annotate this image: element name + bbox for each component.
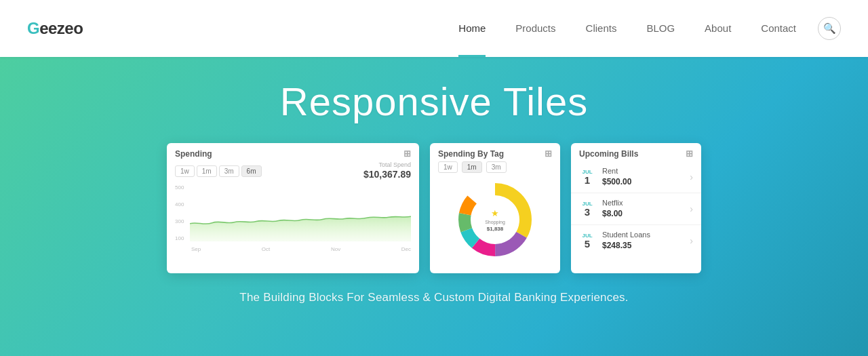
spending-btn-3m[interactable]: 3m — [219, 165, 239, 177]
total-spend: Total Spend $10,367.89 — [363, 161, 411, 180]
donut-chart-wrap: ★ Shopping $1,838 — [430, 176, 560, 264]
tag-btn-3m[interactable]: 3m — [486, 161, 507, 173]
svg-text:★: ★ — [491, 208, 499, 218]
bill-name-1: Rent — [602, 167, 690, 175]
tile-spending: Spending ⊞ 1w 1m 3m 6m Total Spend $10,3… — [167, 143, 419, 273]
nav-item-home[interactable]: Home — [443, 0, 500, 57]
x-label-nov: Nov — [331, 246, 340, 252]
bill-info-1: Rent $500.00 — [602, 167, 690, 187]
spending-btn-6m[interactable]: 6m — [241, 165, 262, 177]
nav-link-home[interactable]: Home — [443, 0, 500, 57]
bill-day-3: 5 — [585, 239, 590, 249]
spending-controls: 1w 1m 3m 6m Total Spend $10,367.89 — [167, 161, 419, 184]
donut-center-amount: $1,838 — [487, 226, 504, 232]
tile-tag-header: Spending By Tag ⊞ — [430, 143, 560, 161]
spending-chart: 500 400 300 100 — [167, 184, 419, 252]
hero-subtitle: The Building Blocks For Seamless & Custo… — [239, 291, 628, 304]
total-spend-label: Total Spend — [363, 161, 411, 168]
nav-links: Home Products Clients BLOG About Contact… — [443, 0, 841, 57]
tile-spending-title: Spending — [175, 149, 212, 159]
nav-link-contact[interactable]: Contact — [746, 0, 811, 57]
tile-bills: Upcoming Bills ⊞ JUL 1 Rent $500.00 › — [571, 143, 701, 273]
bill-name-2: Netflix — [602, 199, 690, 207]
chart-y-labels: 500 400 300 100 — [175, 184, 184, 241]
x-label-sep: Sep — [191, 246, 201, 252]
nav-link-clients[interactable]: Clients — [571, 0, 632, 57]
y-label-500: 500 — [175, 184, 184, 191]
y-label-400: 400 — [175, 201, 184, 207]
logo: Geezeo — [27, 19, 83, 38]
bill-info-2: Netflix $8.00 — [602, 199, 690, 219]
search-button[interactable]: 🔍 — [818, 17, 841, 40]
bill-amount-3: $248.35 — [602, 241, 631, 250]
donut-chart-svg: ★ Shopping $1,838 — [451, 176, 539, 264]
nav-item-about[interactable]: About — [690, 0, 746, 57]
tile-bills-title: Upcoming Bills — [579, 149, 638, 159]
logo-text: eezeo — [39, 19, 83, 37]
tile-spending-header: Spending ⊞ — [167, 143, 419, 161]
spending-btn-1m[interactable]: 1m — [197, 165, 217, 177]
tile-bills-header: Upcoming Bills ⊞ — [571, 143, 701, 161]
bill-date-1: JUL 1 — [579, 169, 595, 185]
chart-x-labels: Sep Oct Nov Dec — [191, 246, 411, 252]
bill-info-3: Student Loans $248.35 — [602, 231, 690, 251]
expand-icon-bills[interactable]: ⊞ — [686, 149, 693, 159]
spending-btn-1w[interactable]: 1w — [175, 165, 195, 177]
nav-link-blog[interactable]: BLOG — [631, 0, 690, 57]
tile-tag-title: Spending By Tag — [438, 149, 504, 159]
donut-center-label: Shopping — [485, 220, 505, 225]
y-label-300: 300 — [175, 218, 184, 224]
nav-item-products[interactable]: Products — [500, 0, 570, 57]
tag-btn-1m[interactable]: 1m — [462, 161, 482, 173]
bill-day-1: 1 — [585, 175, 590, 185]
hero-title: Responsive Tiles — [280, 79, 588, 124]
bills-list: JUL 1 Rent $500.00 › JUL 3 — [571, 161, 701, 256]
bill-amount-2: $8.00 — [602, 209, 623, 218]
tile-tag: Spending By Tag ⊞ 1w 1m 3m — [430, 143, 560, 273]
search-button-item[interactable]: 🔍 — [811, 17, 841, 40]
bill-date-3: JUL 5 — [579, 233, 595, 249]
nav-item-blog[interactable]: BLOG — [631, 0, 690, 57]
bill-amount-1: $500.00 — [602, 177, 631, 186]
logo-g: G — [27, 19, 39, 37]
bill-arrow-2[interactable]: › — [690, 203, 693, 214]
tiles-row: Spending ⊞ 1w 1m 3m 6m Total Spend $10,3… — [167, 143, 701, 273]
bill-row-1: JUL 1 Rent $500.00 › — [571, 161, 701, 193]
bill-arrow-1[interactable]: › — [690, 172, 693, 182]
chart-svg-area — [190, 184, 411, 241]
bill-arrow-3[interactable]: › — [690, 235, 693, 246]
spending-chart-svg — [190, 184, 411, 241]
hero-section: Responsive Tiles Spending ⊞ 1w 1m 3m 6m … — [0, 57, 868, 356]
nav-item-contact[interactable]: Contact — [746, 0, 811, 57]
x-label-dec: Dec — [401, 246, 411, 252]
tag-controls: 1w 1m 3m — [430, 161, 560, 176]
tag-btn-1w[interactable]: 1w — [438, 161, 458, 173]
nav-link-products[interactable]: Products — [500, 0, 570, 57]
expand-icon-tag[interactable]: ⊞ — [545, 149, 552, 159]
nav-item-clients[interactable]: Clients — [571, 0, 632, 57]
x-label-oct: Oct — [262, 246, 270, 252]
search-icon: 🔍 — [823, 22, 836, 35]
bill-name-3: Student Loans — [602, 231, 690, 239]
expand-icon-spending[interactable]: ⊞ — [403, 149, 411, 159]
y-label-100: 100 — [175, 235, 184, 241]
total-spend-amount: $10,367.89 — [363, 169, 411, 180]
bill-date-2: JUL 3 — [579, 201, 595, 217]
bill-row-3: JUL 5 Student Loans $248.35 › — [571, 225, 701, 256]
bill-day-2: 3 — [585, 207, 590, 217]
bill-row-2: JUL 3 Netflix $8.00 › — [571, 193, 701, 225]
navbar: Geezeo Home Products Clients BLOG About … — [0, 0, 868, 57]
nav-link-about[interactable]: About — [690, 0, 746, 57]
